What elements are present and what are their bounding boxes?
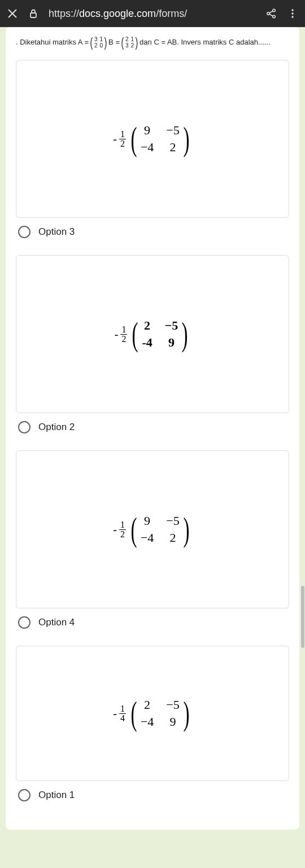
- scrollbar-track[interactable]: [300, 27, 305, 868]
- fraction: 1 2: [120, 325, 127, 344]
- option-block: - 1 4 ( 2−5 −49 ) Option 1: [16, 646, 289, 801]
- option-row[interactable]: Option 2: [16, 421, 289, 433]
- matrix-expression: - 1 2 ( 9−5 −42 ): [113, 124, 191, 154]
- question-mid1: B =: [108, 37, 120, 47]
- url-prefix: https://: [49, 8, 79, 19]
- option-image[interactable]: - 1 2 ( 2−5 -49 ): [16, 255, 289, 413]
- matrix-expression: - 1 2 ( 9−5 −42 ): [113, 514, 191, 545]
- option-label: Option 4: [38, 617, 75, 628]
- svg-point-3: [273, 15, 275, 17]
- option-block: - 1 2 ( 2−5 -49 ) Option 2: [16, 255, 289, 433]
- url-domain: docs.google.com: [79, 8, 156, 19]
- lock-icon: [28, 8, 38, 19]
- option-block: - 1 2 ( 9−5 −42 ) Option 4: [16, 450, 289, 629]
- option-block: - 1 2 ( 9−5 −42 ) Option 3: [16, 60, 289, 238]
- matrix-b: ( 21 32 ): [120, 36, 139, 49]
- option-label: Option 3: [38, 226, 75, 238]
- svg-point-1: [267, 12, 269, 15]
- option-image[interactable]: - 1 2 ( 9−5 −42 ): [16, 60, 289, 218]
- radio-button[interactable]: [18, 226, 30, 238]
- option-row[interactable]: Option 1: [16, 789, 289, 801]
- url-bar[interactable]: https://docs.google.com/forms/: [49, 8, 255, 20]
- url-path: /forms/: [156, 8, 187, 19]
- form-content: . Diketahui matriks A = ( 31 20 ) B = ( …: [0, 27, 305, 830]
- fraction: 1 2: [119, 520, 126, 539]
- close-icon[interactable]: [7, 8, 18, 19]
- fraction: 1 4: [119, 704, 126, 723]
- option-row[interactable]: Option 4: [16, 616, 289, 629]
- matrix-a: ( 31 20 ): [89, 36, 108, 49]
- question-text: . Diketahui matriks A = ( 31 20 ) B = ( …: [16, 36, 289, 49]
- radio-button[interactable]: [18, 789, 30, 801]
- browser-toolbar: https://docs.google.com/forms/: [0, 0, 305, 27]
- scrollbar-thumb[interactable]: [301, 586, 304, 648]
- svg-point-6: [291, 16, 294, 18]
- question-suffix: dan C = AB. Invers matriks C adalah.....…: [140, 37, 271, 47]
- matrix-expression: - 1 4 ( 2−5 −49 ): [113, 698, 191, 729]
- share-icon[interactable]: [265, 8, 277, 19]
- svg-point-2: [273, 9, 275, 11]
- question-card: . Diketahui matriks A = ( 31 20 ) B = ( …: [6, 27, 299, 830]
- more-icon[interactable]: [287, 8, 298, 19]
- fraction: 1 2: [119, 130, 126, 148]
- option-label: Option 1: [38, 790, 75, 801]
- matrix-expression: - 1 2 ( 2−5 -49 ): [115, 319, 191, 349]
- option-image[interactable]: - 1 2 ( 9−5 −42 ): [16, 450, 289, 608]
- option-label: Option 2: [38, 422, 75, 433]
- svg-point-5: [291, 12, 294, 15]
- radio-button[interactable]: [18, 616, 30, 629]
- option-row[interactable]: Option 3: [16, 226, 289, 238]
- option-image[interactable]: - 1 4 ( 2−5 −49 ): [16, 646, 289, 781]
- question-prefix: . Diketahui matriks A =: [16, 37, 89, 47]
- svg-rect-0: [30, 13, 36, 17]
- radio-button[interactable]: [18, 421, 30, 433]
- svg-point-4: [291, 9, 294, 11]
